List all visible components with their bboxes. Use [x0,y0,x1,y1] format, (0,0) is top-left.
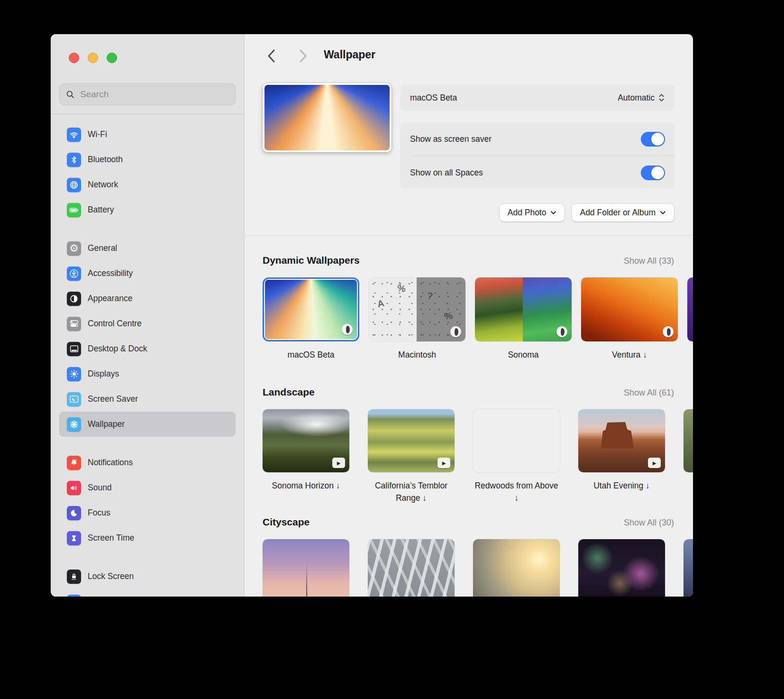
sidebar-group-connectivity: Wi-Fi Bluetooth Network [51,122,244,222]
sidebar-item-label: Appearance [88,294,132,304]
hourglass-icon [67,531,81,545]
sidebar-item-sound[interactable]: Sound [59,475,236,500]
desktop-background: { "sidebar": { "search_placeholder": "Se… [0,0,784,699]
sidebar-item-label: Desktop & Dock [88,344,147,354]
sidebar-search-field[interactable] [59,83,236,105]
wallpaper-thumb-neon-city[interactable] [578,539,665,597]
wallpaper-thumb-redwoods[interactable]: ▶ [473,409,560,472]
wallpaper-hero: macOS Beta Automatic Show as screen save… [245,80,693,236]
show-all-link[interactable]: Show All (61) [624,388,674,398]
sidebar-item-screen-time[interactable]: Screen Time [59,525,236,551]
wallpaper-thumb-partial[interactable] [684,539,693,597]
wallpaper-thumb-ventura[interactable] [581,277,678,341]
sidebar-item-general[interactable]: ⚙ General [59,236,236,261]
globe-icon [67,178,81,192]
search-icon [66,90,75,99]
wallpaper-item-golden-city [473,539,560,597]
wallpaper-thumb-label: Sonoma [475,349,572,361]
spaces-toggle[interactable] [641,166,665,180]
sidebar-group-system: ⚙ General Accessibility Appearance [51,236,244,437]
sidebar-item-wallpaper[interactable]: Wallpaper [59,412,236,437]
sidebar-item-wifi[interactable]: Wi-Fi [59,122,236,147]
sidebar-item-bluetooth[interactable]: Bluetooth [59,147,236,172]
video-play-badge-icon: ▶ [648,458,661,468]
wallpaper-thumb-sonoma[interactable] [475,277,572,341]
landscape-thumb-row: ▶ Sonoma Horizon ↓ ▶ California’s Temblo… [245,409,693,504]
zoom-window-button[interactable] [107,53,117,63]
sidebar-item-label: Wi-Fi [88,129,107,139]
wallpaper-item-sonoma: Sonoma [475,277,572,361]
wallpaper-thumb-macos-beta[interactable] [263,277,359,341]
page-title: Wallpaper [324,48,375,61]
wallpaper-item-redwoods: ▶ Redwoods from Above ↓ [473,409,560,504]
dynamic-thumb-row: macOS Beta A% ?% Macintosh [245,277,693,361]
minimize-window-button[interactable] [88,53,98,63]
show-all-link[interactable]: Show All (30) [624,518,674,528]
spaces-toggle-label: Show on all Spaces [410,168,483,178]
gear-icon: ⚙ [67,241,81,256]
window-controls [69,53,117,63]
sidebar-item-displays[interactable]: Displays [59,361,236,386]
wallpaper-thumb-partial[interactable] [687,277,693,341]
sidebar-item-focus[interactable]: Focus [59,500,236,525]
sidebar-item-battery[interactable]: Battery [59,197,236,222]
close-window-button[interactable] [69,53,79,63]
add-photo-button[interactable]: Add Photo [500,204,565,221]
chevron-down-icon [660,211,666,215]
sidebar-item-screen-saver[interactable]: Screen Saver [59,386,236,412]
wallpaper-thumb-label: macOS Beta [263,349,359,361]
sidebar-item-network[interactable]: Network [59,172,236,197]
current-wallpaper-name: macOS Beta [410,93,457,103]
sidebar-item-label: Wallpaper [88,419,125,429]
chevron-right-icon [298,49,308,63]
section-title: Landscape [263,386,315,398]
sidebar-item-control-centre[interactable]: Control Centre [59,311,236,336]
add-folder-label: Add Folder or Album [580,208,656,218]
sidebar-item-label: Battery [88,205,114,215]
sidebar-item-desktop-dock[interactable]: Desktop & Dock [59,336,236,361]
wallpaper-thumb-temblor-range[interactable]: ▶ [368,409,455,472]
video-play-badge-icon: ▶ [438,458,450,468]
show-all-link[interactable]: Show All (33) [624,256,674,266]
wifi-icon [67,128,81,142]
wallpaper-thumb-partial[interactable] [684,409,693,472]
wallpaper-item-macintosh: A% ?% Macintosh [369,277,465,361]
sidebar-item-notifications[interactable]: Notifications [59,450,236,475]
wallpaper-thumb-sonoma-horizon[interactable]: ▶ [263,409,349,472]
chevron-left-icon [267,49,276,63]
sidebar-item-appearance[interactable]: Appearance [59,286,236,311]
sidebar-item-accessibility[interactable]: Accessibility [59,261,236,286]
mode-select[interactable]: Automatic [618,93,665,103]
dynamic-badge-icon [556,326,567,337]
chevron-down-icon [550,211,556,215]
add-folder-button[interactable]: Add Folder or Album [572,204,674,221]
moon-icon [67,506,81,520]
wallpaper-thumb-interchange[interactable] [368,539,455,597]
wallpaper-options-card: Show as screen saver Show on all Spaces [401,122,675,189]
wallpaper-thumb-macintosh[interactable]: A% ?% [369,277,465,341]
current-wallpaper-preview[interactable] [263,83,392,152]
screensaver-toggle[interactable] [641,132,665,147]
lock-icon [67,570,81,584]
forward-button[interactable] [298,49,310,63]
wallpaper-thumb-label: Utah Evening ↓ [578,480,665,492]
wallpaper-thumb-city-tower[interactable] [263,539,349,597]
wallpaper-item-partial [684,409,693,504]
dynamic-badge-icon [450,326,461,337]
wallpaper-thumb-label: Ventura ↓ [581,349,678,361]
wallpaper-thumb-utah-evening[interactable]: ▶ [578,409,665,472]
wallpaper-item-partial [684,539,693,597]
wallpaper-thumb-golden-city[interactable] [473,539,560,597]
screen-saver-icon [67,392,81,406]
back-button[interactable] [267,49,279,63]
section-title: Cityscape [263,516,310,528]
sidebar-item-lock-screen[interactable]: Lock Screen [59,564,236,589]
sidebar-item-label: Screen Time [88,533,134,543]
sidebar-item-privacy-security[interactable]: Privacy & Security [59,589,236,597]
section-dynamic-wallpapers: Dynamic Wallpapers Show All (33) macOS B… [245,255,693,361]
bell-icon [67,456,81,470]
sidebar-item-label: Focus [88,508,110,518]
section-cityscape: Cityscape Show All (30) [245,516,693,597]
search-input[interactable] [79,89,229,100]
sidebar: Wi-Fi Bluetooth Network [51,34,245,597]
